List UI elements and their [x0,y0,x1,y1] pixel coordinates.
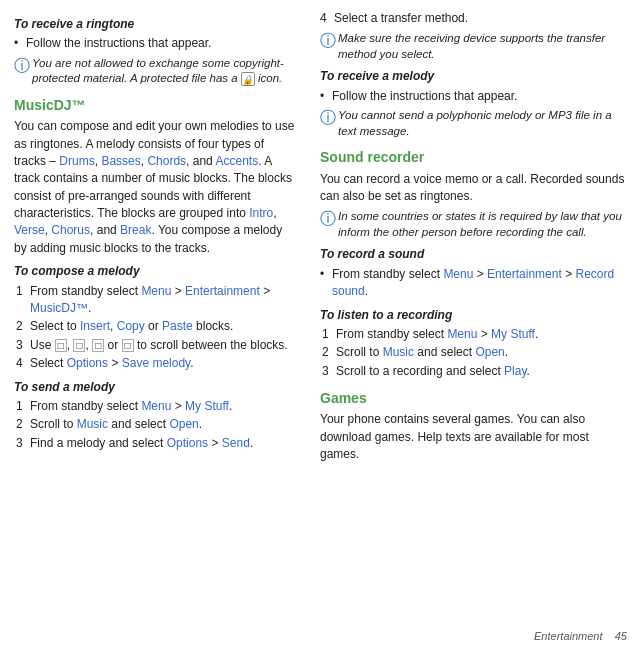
link-play-listen3[interactable]: Play [504,364,526,378]
sound-recorder-heading: Sound recorder [320,147,627,167]
step4-text: Select a transfer method. [334,10,627,27]
link-drums[interactable]: Drums [59,154,94,168]
link-open-listen2[interactable]: Open [475,345,504,359]
link-music-listen2[interactable]: Music [383,345,414,359]
send-step1: 1 From standby select Menu > My Stuff. [16,398,298,415]
compose-step1: 1 From standby select Menu > Entertainme… [16,283,298,318]
intro-heading: To receive a ringtone [14,16,298,33]
link-verse[interactable]: Verse [14,223,45,237]
compose-step2: 2 Select to Insert, Copy or Paste blocks… [16,318,298,335]
send-step2: 2 Scroll to Music and select Open. [16,416,298,433]
link-menu-record[interactable]: Menu [443,267,473,281]
link-basses[interactable]: Basses [101,154,140,168]
step4-item: 4 Select a transfer method. [320,10,627,27]
page-number: 45 [615,630,627,642]
note-melody-text: You cannot send a polyphonic melody or M… [338,108,627,139]
record-sound-bullet-item: • From standby select Menu > Entertainme… [320,266,627,301]
link-send-send3[interactable]: Send [222,436,250,450]
link-menu-1[interactable]: Menu [141,284,171,298]
right-column: 4 Select a transfer method. ⓘ Make sure … [310,0,641,650]
link-entertainment-1[interactable]: Entertainment [185,284,260,298]
receive-melody-bullet-item: • Follow the instructions that appear. [320,88,627,105]
sound-recorder-body: You can record a voice memo or a call. R… [320,171,627,206]
intro-bullet-item: • Follow the instructions that appear. [14,35,298,52]
bullet-dot-2: • [320,88,332,105]
musicdj-body: You can compose and edit your own melodi… [14,118,298,257]
note-melody-item: ⓘ You cannot send a polyphonic melody or… [320,108,627,139]
compose-step3: 3 Use □, □, □ or □ to scroll between the… [16,337,298,354]
info-icon: ⓘ [14,56,30,87]
link-copy[interactable]: Copy [117,319,145,333]
compose-list: 1 From standby select Menu > Entertainme… [16,283,298,373]
link-options-send3[interactable]: Options [167,436,208,450]
games-body: Your phone contains several games. You c… [320,411,627,463]
link-insert[interactable]: Insert [80,319,110,333]
link-accents[interactable]: Accents [215,154,258,168]
listen-step1: 1 From standby select Menu > My Stuff. [322,326,627,343]
bullet-dot-3: • [320,266,332,301]
footer-text: Entertainment [534,630,602,642]
send-list: 1 From standby select Menu > My Stuff. 2… [16,398,298,452]
link-mystuff-send1[interactable]: My Stuff [185,399,229,413]
listen-list: 1 From standby select Menu > My Stuff. 2… [322,326,627,380]
info-icon-melody: ⓘ [320,108,336,139]
link-mystuff-listen1[interactable]: My Stuff [491,327,535,341]
link-chorus[interactable]: Chorus [51,223,90,237]
listen-step2: 2 Scroll to Music and select Open. [322,344,627,361]
link-intro[interactable]: Intro [249,206,273,220]
listen-heading: To listen to a recording [320,307,627,324]
link-entertainment-record[interactable]: Entertainment [487,267,562,281]
intro-bullet-text: Follow the instructions that appear. [26,35,298,52]
link-record-sound[interactable]: Record sound [332,267,614,298]
link-options-1[interactable]: Options [67,356,108,370]
link-break[interactable]: Break [120,223,151,237]
games-heading: Games [320,388,627,408]
link-musicdj[interactable]: MusicDJ™ [30,301,88,315]
page: To receive a ringtone • Follow the instr… [0,0,641,650]
note-record-item: ⓘ In some countries or states it is requ… [320,209,627,240]
musicdj-heading: MusicDJ™ [14,95,298,115]
link-paste[interactable]: Paste [162,319,193,333]
info-icon-transfer: ⓘ [320,31,336,62]
bullet-dot: • [14,35,26,52]
link-save-melody[interactable]: Save melody [122,356,190,370]
left-column: To receive a ringtone • Follow the instr… [0,0,310,650]
note-transfer-item: ⓘ Make sure the receiving device support… [320,31,627,62]
info-icon-record: ⓘ [320,209,336,240]
note1-item: ⓘ You are not allowed to exchange some c… [14,56,298,87]
link-open-send2[interactable]: Open [169,417,198,431]
receive-melody-text: Follow the instructions that appear. [332,88,627,105]
record-sound-text: From standby select Menu > Entertainment… [332,266,627,301]
compose-step4: 4 Select Options > Save melody. [16,355,298,372]
note-record-text: In some countries or states it is requir… [338,209,627,240]
note-transfer-text: Make sure the receiving device supports … [338,31,627,62]
note1-text: You are not allowed to exchange some cop… [32,56,298,87]
compose-heading: To compose a melody [14,263,298,280]
link-menu-listen1[interactable]: Menu [447,327,477,341]
listen-step3: 3 Scroll to a recording and select Play. [322,363,627,380]
link-chords[interactable]: Chords [147,154,186,168]
send-step3: 3 Find a melody and select Options > Sen… [16,435,298,452]
link-music-send2[interactable]: Music [77,417,108,431]
footer: Entertainment 45 [534,630,627,642]
link-menu-send1[interactable]: Menu [141,399,171,413]
send-heading: To send a melody [14,379,298,396]
record-sound-heading: To record a sound [320,246,627,263]
receive-melody-heading: To receive a melody [320,68,627,85]
